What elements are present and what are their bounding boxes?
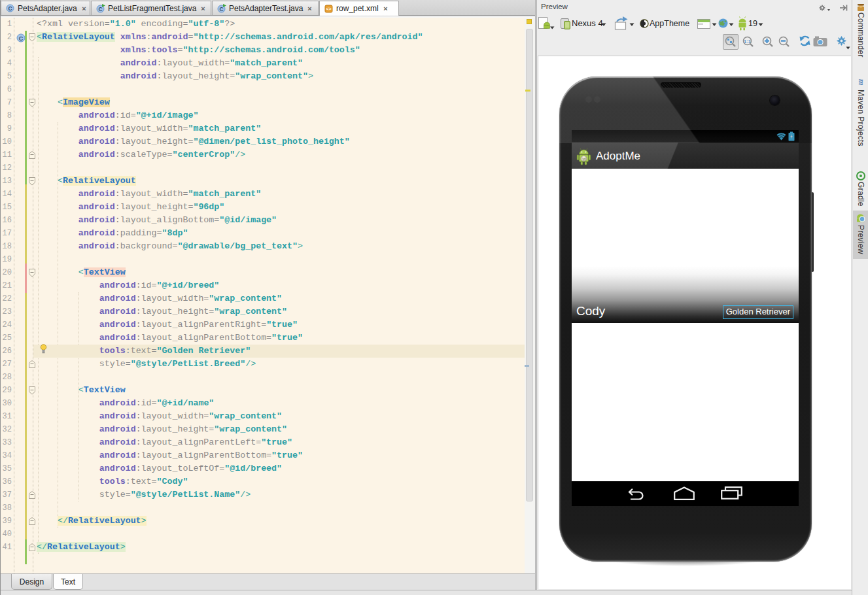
svg-text:C: C xyxy=(98,6,102,12)
svg-text:C: C xyxy=(8,5,12,12)
svg-text:C: C xyxy=(219,6,223,12)
svg-text:1:1: 1:1 xyxy=(744,39,751,44)
svg-text:<>: <> xyxy=(326,7,331,12)
svg-text:C: C xyxy=(19,35,24,42)
